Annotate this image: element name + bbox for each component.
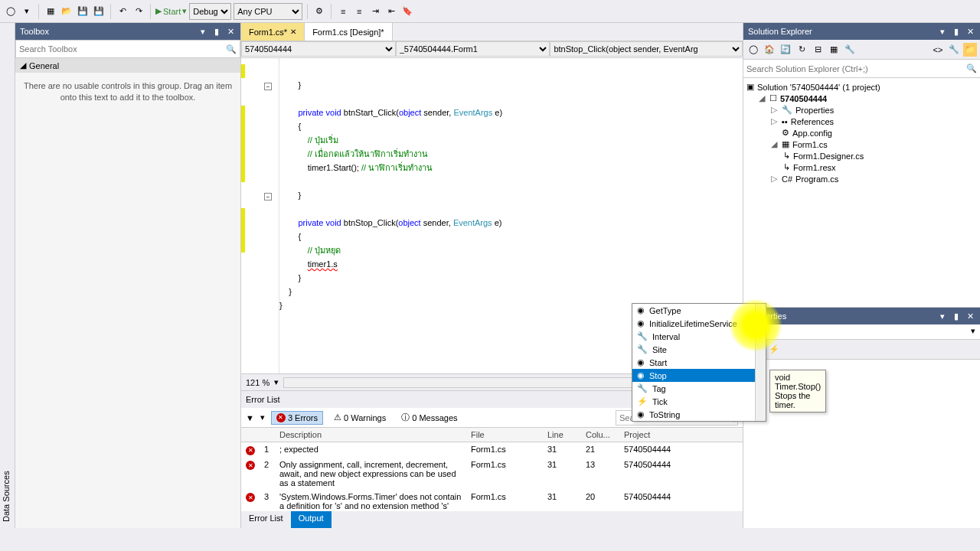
- close-icon[interactable]: ✕: [965, 26, 975, 37]
- method-icon: ◉: [637, 370, 645, 380]
- search-icon[interactable]: 🔍: [226, 44, 237, 54]
- events-icon[interactable]: ⚡: [769, 344, 779, 354]
- dropdown-icon[interactable]: ▾: [274, 377, 279, 387]
- form1-node[interactable]: ◢▦Form1.cs: [746, 139, 977, 150]
- bookmark-icon[interactable]: 🔖: [400, 5, 414, 18]
- method-icon: ◉: [637, 357, 645, 367]
- solution-tree[interactable]: ▣Solution '5740504444' (1 project) ◢☐574…: [743, 78, 980, 307]
- pin-icon[interactable]: ▮: [951, 26, 962, 37]
- solution-icon: ▣: [746, 82, 754, 92]
- property-icon: 🔧: [637, 344, 648, 354]
- search-icon[interactable]: 🔍: [966, 64, 977, 73]
- intellisense-item[interactable]: ⚡Tick: [632, 395, 766, 408]
- messages-filter-button[interactable]: ⓘ0 Messages: [397, 410, 462, 425]
- redo-icon[interactable]: ↷: [132, 5, 145, 18]
- error-row[interactable]: ✕2Only assignment, call, increment, decr…: [241, 458, 743, 490]
- error-row[interactable]: ✕3'System.Windows.Forms.Timer' does not …: [241, 490, 743, 512]
- references-node[interactable]: ▷▪▪References: [746, 116, 977, 127]
- dropdown-icon[interactable]: ▾: [198, 26, 208, 37]
- errors-filter-button[interactable]: ✕3 Errors: [271, 411, 323, 425]
- properties-toolbar: ▦ A↓ ⚡: [743, 340, 980, 360]
- resx-node[interactable]: ↳Form1.resx: [746, 161, 977, 173]
- intellisense-item[interactable]: 🔧Tag: [632, 382, 766, 395]
- open-file-icon[interactable]: 📂: [60, 5, 74, 18]
- class-context[interactable]: _5740504444.Form1: [396, 41, 550, 57]
- solution-search[interactable]: 🔍: [743, 60, 980, 78]
- properties-icon[interactable]: 🔧: [843, 43, 857, 57]
- view-designer-icon[interactable]: 🔧: [947, 43, 961, 57]
- view-code-icon[interactable]: <>: [931, 43, 945, 57]
- close-icon[interactable]: ✕: [225, 26, 236, 37]
- dropdown-icon[interactable]: ▾: [937, 311, 948, 321]
- back-icon[interactable]: ◯: [746, 43, 760, 57]
- tab-form1-design[interactable]: Form1.cs [Design]*: [305, 23, 393, 41]
- toolbox-general-group[interactable]: ◢ General: [15, 58, 240, 73]
- intellisense-popup[interactable]: ◉GetType ◉InitializeLifetimeService 🔧Int…: [632, 303, 766, 422]
- bottom-tabs: Error List Output: [241, 511, 743, 528]
- main-toolbar: ◯ ▾ ▦ 📂 💾 💾 ↶ ↷ ▶ Start ▾ Debug Any CPU …: [0, 0, 980, 23]
- outdent-icon[interactable]: ⇤: [384, 5, 398, 18]
- intellisense-item[interactable]: ◉Start: [632, 356, 766, 369]
- program-node[interactable]: ▷C#Program.cs: [746, 173, 977, 184]
- error-table[interactable]: Description File Line Colu... Project ✕1…: [241, 428, 743, 511]
- method-icon: ◉: [637, 409, 645, 419]
- show-all-icon[interactable]: ▦: [827, 43, 841, 57]
- uncomment-icon[interactable]: ≡: [352, 5, 366, 18]
- warnings-filter-button[interactable]: ⚠0 Warnings: [329, 411, 390, 424]
- home-icon[interactable]: 🏠: [763, 43, 776, 57]
- intellisense-item[interactable]: ◉GetType: [632, 304, 766, 317]
- dropdown-icon[interactable]: ▾: [966, 324, 980, 337]
- code-editor[interactable]: − − } private void btnStart_Click(object…: [241, 58, 743, 373]
- folder-icon[interactable]: 📁: [963, 43, 977, 57]
- member-context[interactable]: btnStop_Click(object sender, EventArg: [550, 41, 743, 57]
- filter-icon[interactable]: ▼: [246, 413, 254, 422]
- refresh-icon[interactable]: ↻: [795, 43, 808, 57]
- properties-node[interactable]: ▷🔧Properties: [746, 104, 977, 116]
- data-sources-tab[interactable]: Data Sources: [0, 23, 15, 528]
- sync-icon[interactable]: 🔄: [779, 43, 792, 57]
- intellisense-scrollbar[interactable]: [755, 304, 766, 421]
- collapse-icon[interactable]: ⊟: [811, 43, 825, 57]
- fold-marker[interactable]: −: [264, 193, 272, 201]
- project-context[interactable]: 5740504444: [241, 41, 396, 57]
- fold-marker[interactable]: −: [264, 83, 272, 90]
- error-list-tab[interactable]: Error List: [241, 511, 291, 528]
- project-node[interactable]: ◢☐5740504444: [746, 93, 977, 104]
- intellisense-item[interactable]: 🔧Site: [632, 343, 766, 356]
- new-project-icon[interactable]: ▦: [44, 5, 57, 18]
- tab-form1-cs[interactable]: Form1.cs*✕: [241, 23, 305, 41]
- config-icon: ⚙: [782, 128, 789, 138]
- warning-icon: ⚠: [334, 412, 341, 422]
- close-icon[interactable]: ✕: [965, 311, 975, 321]
- undo-icon[interactable]: ↶: [116, 5, 129, 18]
- zoom-level[interactable]: 121 %: [246, 378, 270, 387]
- save-all-icon[interactable]: 💾: [92, 5, 106, 18]
- close-icon[interactable]: ✕: [290, 28, 296, 36]
- csharp-icon: ☐: [769, 93, 777, 103]
- editor-gutter: − −: [241, 58, 279, 373]
- designer-node[interactable]: ↳Form1.Designer.cs: [746, 150, 977, 161]
- indent-icon[interactable]: ⇥: [368, 5, 382, 18]
- comment-icon[interactable]: ≡: [336, 5, 350, 18]
- intellisense-item[interactable]: ◉InitializeLifetimeService: [632, 317, 766, 330]
- intellisense-item[interactable]: 🔧Interval: [632, 330, 766, 343]
- save-icon[interactable]: 💾: [76, 5, 90, 18]
- config-selector[interactable]: Debug: [189, 3, 231, 20]
- intellisense-item-selected[interactable]: ◉Stop: [632, 369, 766, 382]
- error-row[interactable]: ✕1; expectedForm1.cs31215740504444: [241, 442, 743, 458]
- appconfig-node[interactable]: ⚙App.config: [746, 127, 977, 139]
- solution-toolbar: ◯ 🏠 🔄 ↻ ⊟ ▦ 🔧 <> 🔧 📁: [743, 40, 980, 60]
- attach-icon[interactable]: ⚙: [312, 5, 326, 18]
- toolbox-search[interactable]: 🔍: [15, 40, 240, 58]
- intellisense-item[interactable]: ◉ToString: [632, 408, 766, 421]
- pin-icon[interactable]: ▮: [951, 311, 962, 321]
- nav-back-icon[interactable]: ◯: [4, 5, 18, 18]
- start-debug-button[interactable]: ▶ Start ▾: [155, 6, 187, 16]
- pin-icon[interactable]: ▮: [211, 26, 222, 37]
- output-tab[interactable]: Output: [291, 511, 332, 528]
- solution-node[interactable]: ▣Solution '5740504444' (1 project): [746, 81, 977, 93]
- dropdown-icon[interactable]: ▾: [937, 26, 948, 37]
- nav-fwd-icon[interactable]: ▾: [20, 5, 34, 18]
- property-icon: 🔧: [637, 383, 648, 393]
- platform-selector[interactable]: Any CPU: [234, 3, 302, 20]
